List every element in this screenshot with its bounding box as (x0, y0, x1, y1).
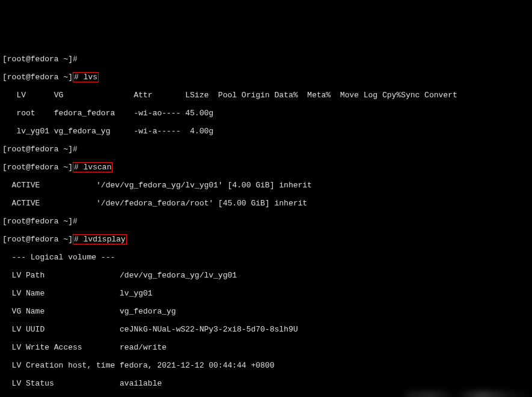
lv-field: LV Path /dev/vg_fedora_yg/lv_yg01 (2, 271, 530, 280)
lv-field: LV Status available (2, 379, 530, 388)
prompt: [root@fedora ~]# (2, 55, 78, 64)
highlight-lvdisplay: # lvdisplay (73, 234, 127, 244)
prompt: [root@fedora ~]# (2, 217, 78, 226)
cmd-lvdisplay: # lvdisplay (74, 235, 126, 244)
lvscan-row: ACTIVE '/dev/vg_fedora_yg/lv_yg01' [4.00… (2, 181, 530, 190)
highlight-lvscan: # lvscan (73, 162, 112, 172)
lv-field: LV Write Access read/write (2, 343, 530, 352)
lvscan-row: ACTIVE '/dev/fedora_fedora/root' [45.00 … (2, 199, 530, 208)
prompt: [root@fedora ~] (2, 73, 73, 82)
prompt: [root@fedora ~] (2, 235, 73, 244)
lvs-header: LV VG Attr LSize Pool Origin Data% Meta%… (2, 91, 530, 100)
lv-field: LV Name lv_yg01 (2, 289, 530, 298)
lv-field: VG Name vg_fedora_yg (2, 307, 530, 316)
lv-field: LV UUID ceJNkG-NUaL-wS22-NPy3-2xi8-5d70-… (2, 325, 530, 334)
highlight-lvs: # lvs (73, 72, 99, 82)
lvs-row: root fedora_fedora -wi-ao---- 45.00g (2, 109, 530, 118)
prompt: [root@fedora ~] (2, 163, 73, 172)
lv-sep: --- Logical volume --- (2, 253, 530, 262)
watermark-blur (406, 391, 532, 397)
cmd-lvscan: # lvscan (74, 163, 111, 172)
lv-field: LV Creation host, time fedora, 2021-12-1… (2, 361, 530, 370)
cmd-lvs: # lvs (74, 73, 97, 82)
terminal-window[interactable]: { "prompts": { "p1": "[root@fedora ~]#",… (0, 18, 532, 397)
lvs-row: lv_yg01 vg_fedora_yg -wi-a----- 4.00g (2, 127, 530, 136)
prompt: [root@fedora ~]# (2, 145, 78, 154)
